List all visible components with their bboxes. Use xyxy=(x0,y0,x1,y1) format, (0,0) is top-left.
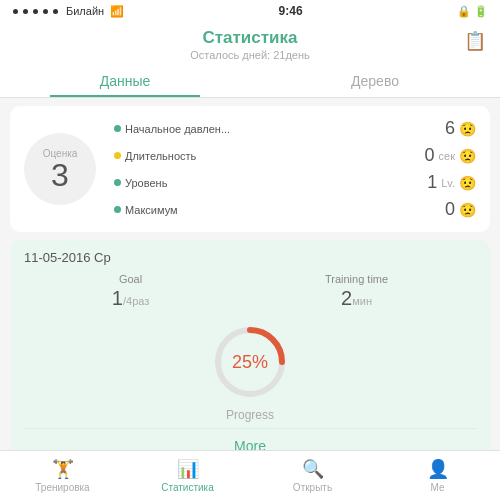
battery-icon: 🔋 xyxy=(474,5,488,18)
rating-value: 3 xyxy=(51,159,69,191)
stat-emoji-max: 😟 xyxy=(459,202,476,218)
nav-item-stats[interactable]: 📊 Статистика xyxy=(125,451,250,500)
progress-text: 25% xyxy=(232,352,268,373)
stat-row-pressure: Начальное давлен... 6 😟 xyxy=(114,118,476,139)
dot-max xyxy=(114,206,121,213)
dot-pressure xyxy=(114,125,121,132)
tab-tree[interactable]: Дерево xyxy=(250,65,500,97)
stat-unit-duration: сек xyxy=(439,150,455,162)
page-title: Статистика xyxy=(0,28,500,48)
carrier-name: Билайн xyxy=(66,5,104,17)
training-time-label: Training time xyxy=(325,273,388,285)
nav-label-me: Ме xyxy=(430,482,444,493)
stat-label-duration: Длительность xyxy=(125,150,196,162)
nav-item-open[interactable]: 🔍 Открыть xyxy=(250,451,375,500)
stats-card: Оценка 3 Начальное давлен... 6 😟 Длитель… xyxy=(10,106,490,232)
stat-num-pressure: 6 xyxy=(445,118,455,139)
status-bar: Билайн 📶 9:46 🔒 🔋 xyxy=(0,0,500,22)
dot-level xyxy=(114,179,121,186)
stat-emoji-duration: 😟 xyxy=(459,148,476,164)
nav-label-stats: Статистика xyxy=(161,482,214,493)
training-card: 11-05-2016 Ср Goal 1/4раз Training time … xyxy=(10,240,490,469)
goal-label: Goal xyxy=(112,273,149,285)
carrier-signal: Билайн 📶 xyxy=(12,5,124,18)
stat-unit-level: Lv. xyxy=(441,177,455,189)
stat-label-pressure: Начальное давлен... xyxy=(125,123,230,135)
stat-row-max: Максимум 0 😟 xyxy=(114,199,476,220)
wifi-icon: 📶 xyxy=(110,5,124,18)
status-time: 9:46 xyxy=(279,4,303,18)
dot-duration xyxy=(114,152,121,159)
stat-row-level: Уровень 1 Lv. 😟 xyxy=(114,172,476,193)
rating-circle: Оценка 3 xyxy=(24,133,96,205)
dumbbell-icon: 🏋 xyxy=(52,458,74,480)
stat-emoji-pressure: 😟 xyxy=(459,121,476,137)
stat-num-level: 1 xyxy=(427,172,437,193)
main-content: Оценка 3 Начальное давлен... 6 😟 Длитель… xyxy=(0,98,500,477)
page-subtitle: Осталось дней: 21день xyxy=(0,49,500,61)
goal-unit: /4раз xyxy=(123,295,149,307)
tab-bar: Данные Дерево xyxy=(0,65,500,98)
stat-num-max: 0 xyxy=(445,199,455,220)
nav-item-workout[interactable]: 🏋 Тренировка xyxy=(0,451,125,500)
calendar-icon[interactable]: 📋 xyxy=(464,30,486,52)
tab-data[interactable]: Данные xyxy=(0,65,250,97)
training-date: 11-05-2016 Ср xyxy=(24,250,476,265)
goal-item: Goal 1/4раз xyxy=(112,273,149,310)
status-icons: 🔒 🔋 xyxy=(457,5,488,18)
training-time-unit: мин xyxy=(352,295,372,307)
training-time-value: 2 xyxy=(341,287,352,309)
nav-label-workout: Тренировка xyxy=(35,482,89,493)
progress-circle-container: 25% xyxy=(210,322,290,402)
header: Статистика Осталось дней: 21день 📋 xyxy=(0,22,500,65)
stat-label-max: Максимум xyxy=(125,204,178,216)
stats-rows: Начальное давлен... 6 😟 Длительность 0 с… xyxy=(114,118,476,220)
nav-label-open: Открыть xyxy=(293,482,332,493)
stat-row-duration: Длительность 0 сек 😟 xyxy=(114,145,476,166)
lock-icon: 🔒 xyxy=(457,5,471,18)
progress-label: Progress xyxy=(226,408,274,422)
person-icon: 👤 xyxy=(427,458,449,480)
search-icon: 🔍 xyxy=(302,458,324,480)
training-metrics: Goal 1/4раз Training time 2мин xyxy=(24,273,476,310)
training-time-item: Training time 2мин xyxy=(325,273,388,310)
chart-icon: 📊 xyxy=(177,458,199,480)
progress-section: 25% Progress xyxy=(24,322,476,422)
nav-item-me[interactable]: 👤 Ме xyxy=(375,451,500,500)
stat-label-level: Уровень xyxy=(125,177,167,189)
bottom-nav: 🏋 Тренировка 📊 Статистика 🔍 Открыть 👤 Ме xyxy=(0,450,500,500)
stat-num-duration: 0 xyxy=(425,145,435,166)
goal-value: 1 xyxy=(112,287,123,309)
stat-emoji-level: 😟 xyxy=(459,175,476,191)
